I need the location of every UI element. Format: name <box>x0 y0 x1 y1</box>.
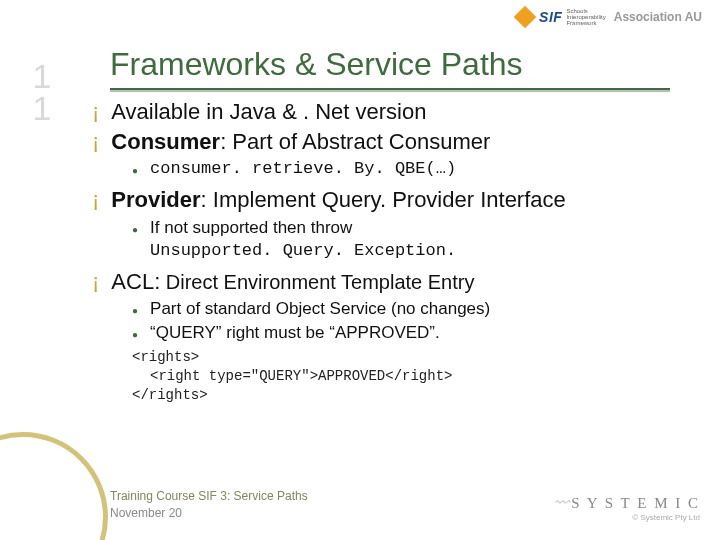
bullet-icon: ¡ <box>92 186 99 214</box>
systemic-name: 〰S Y S T E M I C <box>554 495 700 512</box>
slide-number-bottom: 1 <box>22 92 62 124</box>
code-line: </rights> <box>132 386 692 405</box>
dot-icon: ● <box>132 328 138 344</box>
sub-bullet-text: Part of standard Object Service (no chan… <box>150 298 490 320</box>
brand-logo: SIF Schools Interoperability Framework A… <box>517 8 702 26</box>
sub-bullet-2: ● If not supported then throwUnsupported… <box>132 217 692 262</box>
footer-course: Training Course SIF 3: Service Paths <box>110 488 308 505</box>
assoc-text: Association AU <box>614 10 702 24</box>
sub-bullet-3: ● Part of standard Object Service (no ch… <box>132 298 692 320</box>
footer: Training Course SIF 3: Service Paths Nov… <box>110 488 308 522</box>
decorative-circle <box>0 432 108 540</box>
diamond-icon <box>514 6 537 29</box>
slide-number-top: 1 <box>22 60 62 92</box>
sub-bullet-text: consumer. retrieve. By. QBE(…) <box>150 158 456 180</box>
sub-bullet-text: “QUERY” right must be “APPROVED”. <box>150 322 440 344</box>
systemic-copyright: © Systemic Pty Ltd <box>554 513 700 522</box>
code-line: <right type="QUERY">APPROVED</right> <box>132 367 692 386</box>
code-snippet: <rights> <right type="QUERY">APPROVED</r… <box>132 348 692 405</box>
bullet-text: Available in Java & . Net version <box>111 98 426 126</box>
bullet-icon: ¡ <box>92 128 99 156</box>
bullet-4: ¡ ACL: Direct Environment Template Entry <box>92 268 692 296</box>
bullet-2: ¡ Consumer: Part of Abstract Consumer <box>92 128 692 156</box>
systemic-logo: 〰S Y S T E M I C © Systemic Pty Ltd <box>554 495 700 522</box>
slide-title: Frameworks & Service Paths <box>110 46 523 83</box>
dot-icon: ● <box>132 164 138 180</box>
brand-sub: Schools Interoperability Framework <box>566 8 605 26</box>
sub-bullet-text: If not supported then throwUnsupported. … <box>150 217 456 262</box>
bullet-text: Consumer: Part of Abstract Consumer <box>111 128 490 156</box>
dot-icon: ● <box>132 223 138 262</box>
sub-bullet-4: ● “QUERY” right must be “APPROVED”. <box>132 322 692 344</box>
bullet-3: ¡ Provider: Implement Query. Provider In… <box>92 186 692 214</box>
title-underline <box>110 88 670 90</box>
dot-icon: ● <box>132 304 138 320</box>
sub-bullet-1: ● consumer. retrieve. By. QBE(…) <box>132 158 692 180</box>
bullet-1: ¡ Available in Java & . Net version <box>92 98 692 126</box>
slide-number: 1 1 <box>22 60 62 125</box>
footer-date: November 20 <box>110 505 308 522</box>
bullet-icon: ¡ <box>92 98 99 126</box>
slide-content: ¡ Available in Java & . Net version ¡ Co… <box>92 98 692 405</box>
code-line: <rights> <box>132 348 692 367</box>
bullet-text: Provider: Implement Query. Provider Inte… <box>111 186 565 214</box>
bullet-icon: ¡ <box>92 268 99 296</box>
brand-text: SIF <box>539 9 562 25</box>
bullet-text: ACL: Direct Environment Template Entry <box>111 268 474 296</box>
